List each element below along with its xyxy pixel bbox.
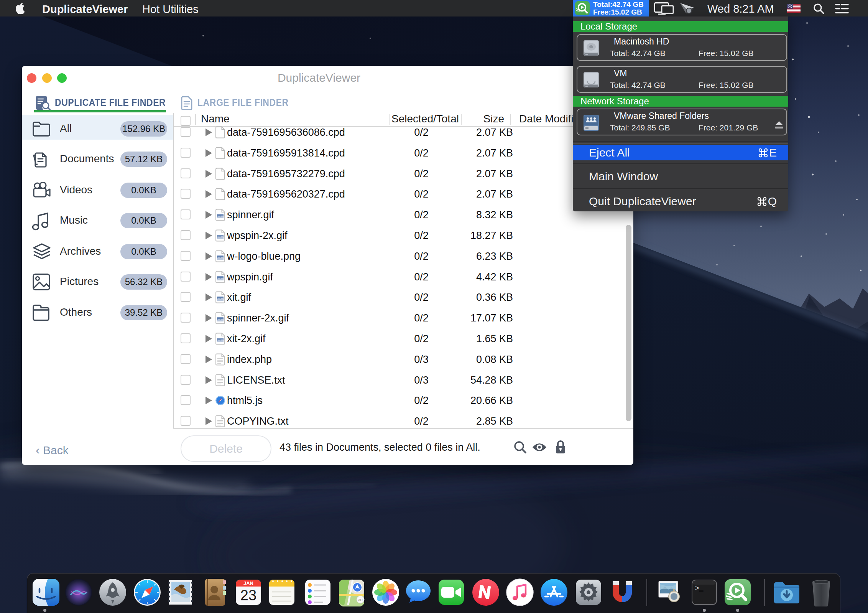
svg-text:>_: >_: [695, 585, 704, 592]
svg-text:3D: 3D: [358, 598, 363, 602]
svg-text:23: 23: [240, 587, 256, 603]
svg-text:JAN: JAN: [243, 580, 253, 586]
